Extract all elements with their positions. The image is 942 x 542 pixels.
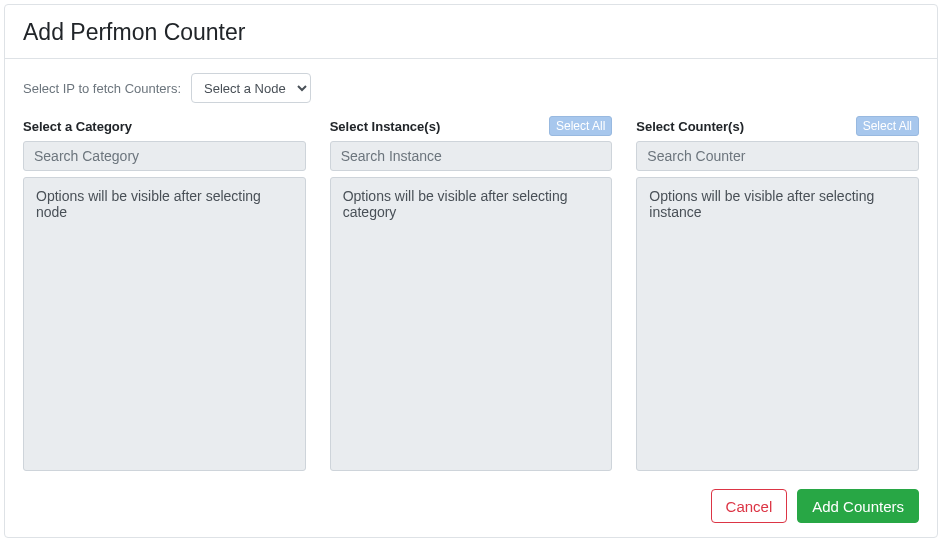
counter-column: Select Counter(s) Select All Options wil… [636,115,919,471]
instance-header: Select Instance(s) Select All [330,115,613,137]
category-empty-text: Options will be visible after selecting … [36,188,261,220]
ip-select-label: Select IP to fetch Counters: [23,81,181,96]
counter-search-input[interactable] [636,141,919,171]
node-select[interactable]: Select a Node [191,73,311,103]
counter-header: Select Counter(s) Select All [636,115,919,137]
instance-title: Select Instance(s) [330,119,441,134]
add-perfmon-counter-modal: Add Perfmon Counter Select IP to fetch C… [4,4,938,538]
category-search-input[interactable] [23,141,306,171]
instance-column: Select Instance(s) Select All Options wi… [330,115,613,471]
counter-empty-text: Options will be visible after selecting … [649,188,874,220]
instance-select-all-button[interactable]: Select All [549,116,612,136]
modal-footer: Cancel Add Counters [5,479,937,537]
counter-listbox[interactable]: Options will be visible after selecting … [636,177,919,471]
ip-select-row: Select IP to fetch Counters: Select a No… [23,73,919,103]
add-counters-button[interactable]: Add Counters [797,489,919,523]
category-column: Select a Category Options will be visibl… [23,115,306,471]
instance-search-input[interactable] [330,141,613,171]
instance-empty-text: Options will be visible after selecting … [343,188,568,220]
cancel-button[interactable]: Cancel [711,489,788,523]
category-header: Select a Category [23,115,306,137]
modal-title: Add Perfmon Counter [23,19,919,46]
instance-listbox[interactable]: Options will be visible after selecting … [330,177,613,471]
category-title: Select a Category [23,119,132,134]
modal-body: Select IP to fetch Counters: Select a No… [5,59,937,479]
modal-header: Add Perfmon Counter [5,5,937,59]
counter-select-all-button[interactable]: Select All [856,116,919,136]
category-listbox[interactable]: Options will be visible after selecting … [23,177,306,471]
columns-container: Select a Category Options will be visibl… [23,115,919,471]
counter-title: Select Counter(s) [636,119,744,134]
